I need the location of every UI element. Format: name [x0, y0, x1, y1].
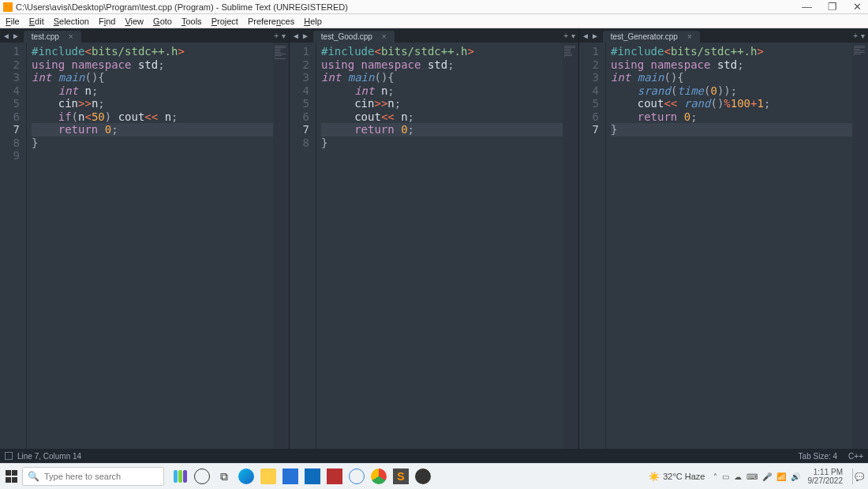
tab-test-generator[interactable]: test_Generator.cpp ×	[603, 31, 700, 43]
code-1[interactable]: #include<bits/stdc++.h>using namespace s…	[27, 43, 273, 449]
menu-help[interactable]: Help	[300, 16, 326, 27]
window-controls: — ❐ ✕	[799, 1, 865, 13]
search-placeholder: Type here to search	[44, 472, 121, 481]
pane-1: ◄ ► test.cpp × + ▾ 123456789 #include<bi…	[0, 28, 290, 449]
keyboard-icon[interactable]: ⌨	[746, 472, 758, 481]
tab-close-icon[interactable]: ×	[69, 32, 73, 41]
file-explorer-icon[interactable]	[260, 468, 276, 484]
gutter-3: 1234567	[579, 43, 606, 449]
minimap-2[interactable]	[563, 43, 578, 449]
wifi-icon[interactable]: 📶	[776, 472, 786, 481]
app-dark-icon[interactable]	[415, 468, 431, 484]
titlebar: C:\Users\avisi\Desktop\Program\test.cpp …	[0, 0, 868, 14]
nav-fwd-icon[interactable]: ►	[591, 32, 599, 40]
tab-menu-icon[interactable]: ▾	[861, 32, 865, 40]
app-cluster-icon[interactable]	[172, 468, 188, 484]
taskbar-date: 9/27/2022	[808, 476, 844, 485]
workspace: ◄ ► test.cpp × + ▾ 123456789 #include<bi…	[0, 28, 868, 449]
nav-back-icon[interactable]: ◄	[582, 32, 589, 40]
close-button[interactable]: ✕	[850, 1, 865, 13]
weather-text: 32°C Haze	[663, 472, 705, 481]
minimap-3[interactable]	[852, 43, 868, 449]
editor-3[interactable]: 1234567 #include<bits/stdc++.h>using nam…	[579, 43, 868, 449]
tab-add-icon[interactable]: +	[274, 32, 279, 40]
ms-store-icon[interactable]	[282, 468, 298, 484]
maximize-button[interactable]: ❐	[825, 1, 840, 13]
tab-row-3: ◄ ► test_Generator.cpp × + ▾	[579, 28, 868, 43]
edge-icon[interactable]	[238, 468, 254, 484]
battery-icon[interactable]: ▭	[722, 472, 729, 481]
sublime-icon[interactable]: S	[393, 468, 409, 484]
taskbar-apps: ⧉ S	[172, 468, 431, 484]
pane-2: ◄ ► test_Good.cpp × + ▾ 12345678 #includ…	[290, 28, 579, 449]
menu-tools[interactable]: Tools	[178, 16, 206, 27]
nav-arrows-3: ◄ ►	[579, 32, 601, 40]
weather-icon: ☀️	[649, 472, 660, 482]
cortana-icon[interactable]	[194, 468, 210, 484]
code-3[interactable]: #include<bits/stdc++.h>using namespace s…	[606, 43, 852, 449]
menu-selection[interactable]: Selection	[50, 16, 93, 27]
nav-arrows-2: ◄ ►	[290, 32, 312, 40]
mic-icon[interactable]: 🎤	[762, 472, 772, 481]
tab-label: test.cpp	[32, 32, 59, 41]
weather-widget[interactable]: ☀️ 32°C Haze	[649, 472, 705, 482]
nav-fwd-icon[interactable]: ►	[301, 32, 309, 40]
tab-add-icon[interactable]: +	[853, 32, 858, 40]
taskbar-clock[interactable]: 1:11 PM 9/27/2022	[808, 468, 844, 485]
menu-find[interactable]: Find	[95, 16, 119, 27]
editor-1[interactable]: 123456789 #include<bits/stdc++.h>using n…	[0, 43, 289, 449]
tab-row-1: ◄ ► test.cpp × + ▾	[0, 28, 289, 43]
tab-menu-icon[interactable]: ▾	[571, 32, 575, 40]
window-title: C:\Users\avisi\Desktop\Program\test.cpp …	[16, 2, 799, 12]
taskbar-search[interactable]: 🔍 Type here to search	[22, 467, 164, 486]
tab-test[interactable]: test.cpp ×	[24, 31, 81, 43]
system-tray: ˄ ▭ ☁ ⌨ 🎤 📶 🔊 1:11 PM 9/27/2022 💬	[713, 468, 866, 485]
notifications-icon[interactable]: 💬	[852, 468, 865, 484]
panel-icon[interactable]	[5, 452, 13, 460]
tab-label: test_Good.cpp	[321, 32, 372, 41]
chrome-icon[interactable]	[371, 468, 387, 484]
tab-test-good[interactable]: test_Good.cpp ×	[313, 31, 395, 43]
tab-close-icon[interactable]: ×	[687, 32, 692, 41]
status-syntax[interactable]: C++	[848, 452, 863, 461]
task-view-icon[interactable]: ⧉	[216, 468, 232, 484]
nav-back-icon[interactable]: ◄	[292, 32, 300, 40]
volume-icon[interactable]: 🔊	[791, 472, 800, 481]
app-icon	[3, 2, 13, 12]
tab-close-icon[interactable]: ×	[382, 32, 387, 41]
status-tab-size[interactable]: Tab Size: 4	[799, 452, 837, 461]
pane-3: ◄ ► test_Generator.cpp × + ▾ 1234567 #in…	[579, 28, 868, 449]
tab-row-2: ◄ ► test_Good.cpp × + ▾	[290, 28, 578, 43]
nav-arrows-1: ◄ ►	[0, 32, 22, 40]
nav-fwd-icon[interactable]: ►	[12, 32, 20, 40]
menu-view[interactable]: View	[121, 16, 148, 27]
tab-add-icon[interactable]: +	[563, 32, 568, 40]
taskbar: 🔍 Type here to search ⧉ S ☀️ 32°C Haze ˄…	[0, 463, 868, 489]
gutter-2: 12345678	[290, 43, 316, 449]
menubar: File Edit Selection Find View Goto Tools…	[0, 14, 868, 28]
menu-edit[interactable]: Edit	[25, 16, 48, 27]
minimize-button[interactable]: —	[799, 1, 815, 13]
search-icon: 🔍	[28, 471, 39, 482]
mail-icon[interactable]	[305, 468, 320, 484]
start-button[interactable]	[3, 468, 21, 485]
statusbar: Line 7, Column 14 Tab Size: 4 C++	[0, 449, 868, 463]
tray-overflow-icon[interactable]: ˄	[713, 472, 717, 481]
nav-back-icon[interactable]: ◄	[2, 32, 10, 40]
editor-2[interactable]: 12345678 #include<bits/stdc++.h>using na…	[290, 43, 578, 449]
gutter-1: 123456789	[0, 43, 27, 449]
app-red-icon[interactable]	[327, 468, 342, 484]
taskbar-time: 1:11 PM	[808, 468, 844, 476]
code-2[interactable]: #include<bits/stdc++.h>using namespace s…	[316, 43, 563, 449]
menu-goto[interactable]: Goto	[149, 16, 176, 27]
menu-preferences[interactable]: Preferences	[244, 16, 298, 27]
menu-project[interactable]: Project	[208, 16, 242, 27]
tab-menu-icon[interactable]: ▾	[282, 32, 286, 40]
minimap-1[interactable]	[273, 43, 289, 449]
status-line-col: Line 7, Column 14	[17, 452, 81, 461]
menu-file[interactable]: File	[2, 16, 24, 27]
onedrive-icon[interactable]: ☁	[734, 472, 742, 481]
clock-app-icon[interactable]	[349, 468, 365, 484]
tab-label: test_Generator.cpp	[611, 32, 678, 41]
